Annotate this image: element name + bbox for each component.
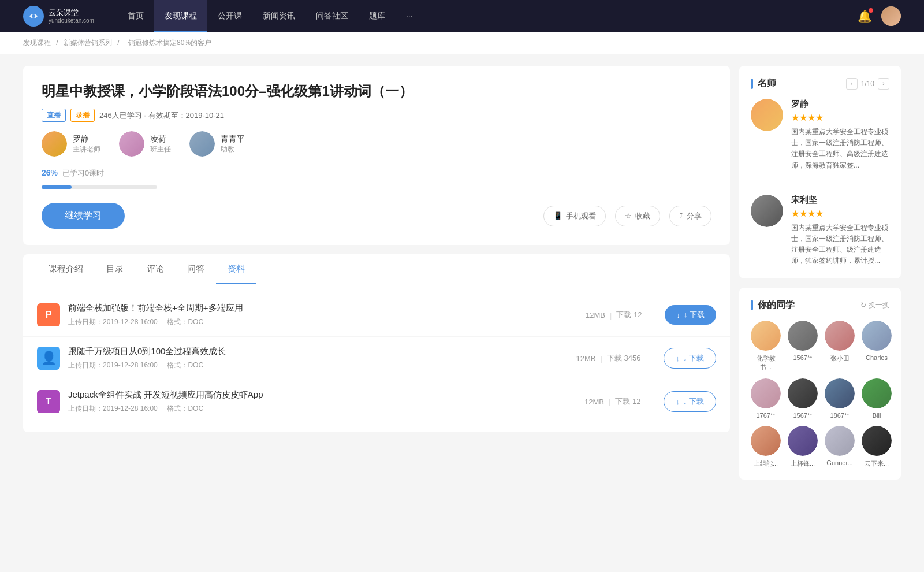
- course-card: 明星中教授课，小学阶段语法100分–强化级第1讲动词（一） 直播 录播 246人…: [23, 66, 730, 245]
- mobile-watch-button[interactable]: 📱 手机观看: [543, 206, 606, 226]
- nav-qa[interactable]: 问答社区: [305, 0, 359, 32]
- pagination-controls: ‹ 1/10 ›: [846, 78, 889, 90]
- resource-title-1: 前端全栈加强版！前端全栈+全周期+多端应用: [68, 303, 562, 314]
- badge-live: 直播: [42, 109, 66, 122]
- tabs-content: P 前端全栈加强版！前端全栈+全周期+多端应用 上传日期：2019-12-28 …: [23, 284, 730, 432]
- star-icon: ☆: [625, 211, 632, 220]
- classmate-5-name: 1767**: [756, 412, 775, 419]
- classmate-9[interactable]: 上组能...: [751, 426, 781, 468]
- classmate-5-avatar: [751, 378, 781, 408]
- nav-news[interactable]: 新闻资讯: [252, 0, 305, 32]
- resource-icon-3: T: [37, 390, 60, 413]
- user-avatar[interactable]: [881, 6, 901, 26]
- resource-icon-2: 👤: [37, 347, 60, 370]
- classmate-9-avatar: [751, 426, 781, 456]
- sidebar-teacher-2-name: 宋利坚: [791, 195, 889, 206]
- teacher-2-info: 凌荷 班主任: [150, 134, 171, 154]
- next-page-button[interactable]: ›: [878, 78, 889, 90]
- teacher-2-role: 班主任: [150, 144, 171, 154]
- classmate-8-name: Bill: [873, 412, 881, 419]
- teacher-3-avatar: [189, 131, 215, 157]
- classmate-4[interactable]: Charles: [862, 321, 892, 372]
- breadcrumb-sep-2: /: [117, 39, 121, 47]
- share-button[interactable]: ⤴ 分享: [669, 206, 711, 226]
- course-title: 明星中教授课，小学阶段语法100分–强化级第1讲动词（一）: [42, 82, 711, 101]
- classmate-6[interactable]: 1567**: [788, 378, 818, 419]
- course-meta: 246人已学习 · 有效期至：2019-10-21: [99, 110, 224, 121]
- nav-right: 🔔: [858, 6, 901, 26]
- classmate-12-avatar: [862, 426, 892, 456]
- classmate-6-name: 1567**: [793, 412, 812, 419]
- sidebar-right: 名师 ‹ 1/10 › 罗静 ★★★★ 国内某重点大学安全工程专业硕士，国家一级…: [739, 66, 901, 489]
- logo-icon: [23, 6, 44, 27]
- classmate-7[interactable]: 1867**: [825, 378, 855, 419]
- resource-info-3: Jetpack全组件实战 开发短视频应用高仿皮皮虾App 上传日期：2019-1…: [68, 389, 561, 414]
- classmate-11-avatar: [825, 426, 855, 456]
- download-button-1[interactable]: ↓ ↓ 下载: [665, 305, 716, 325]
- classmate-11[interactable]: Gunner...: [825, 426, 855, 468]
- teacher-2: 凌荷 班主任: [119, 131, 171, 157]
- classmate-1-name: 化学教书...: [751, 354, 781, 372]
- resource-stats-2: 12MB | 下载 3456: [576, 353, 640, 363]
- resource-item: 👤 跟随千万级项目从0到100全过程高效成长 上传日期：2019-12-28 1…: [23, 337, 730, 380]
- continue-button[interactable]: 继续学习: [42, 203, 125, 229]
- resource-stats-3: 12MB | 下载 12: [584, 396, 640, 407]
- course-teachers: 罗静 主讲老师 凌荷 班主任: [42, 131, 711, 157]
- prev-page-button[interactable]: ‹: [846, 78, 858, 90]
- share-icon: ⤴: [679, 211, 683, 220]
- tab-qa[interactable]: 问答: [176, 254, 216, 284]
- nav-more[interactable]: ···: [396, 0, 423, 32]
- navigation: 云朵课堂 yundouketan.com 首页 发现课程 公开课 新闻资讯 问答…: [0, 0, 924, 32]
- progress-section: 26% 已学习0课时: [42, 168, 711, 189]
- classmate-1[interactable]: 化学教书...: [751, 321, 781, 372]
- sidebar-teacher-1-avatar: [751, 99, 783, 131]
- download-button-3[interactable]: ↓ ↓ 下载: [664, 391, 716, 412]
- progress-pct: 26%: [42, 168, 58, 177]
- classmate-5[interactable]: 1767**: [751, 378, 781, 419]
- classmate-2-name: 1567**: [793, 354, 812, 361]
- download-icon-3: ↓: [676, 398, 680, 406]
- nav-quiz[interactable]: 题库: [359, 0, 396, 32]
- notification-dot: [869, 8, 873, 13]
- breadcrumb: 发现课程 / 新媒体营销系列 / 销冠修炼术搞定80%的客户: [0, 32, 924, 54]
- resource-meta-3: 上传日期：2019-12-28 16:00 格式：DOC: [68, 404, 561, 414]
- tab-comments[interactable]: 评论: [135, 254, 176, 284]
- classmate-10-avatar: [788, 426, 818, 456]
- logo[interactable]: 云朵课堂 yundouketan.com: [23, 6, 94, 27]
- classmate-12-name: 云下来...: [865, 459, 889, 468]
- teacher-1-info: 罗静 主讲老师: [73, 134, 100, 154]
- refresh-button[interactable]: ↻ 换一换: [860, 300, 889, 310]
- tab-intro[interactable]: 课程介绍: [37, 254, 95, 284]
- classmate-7-avatar: [825, 378, 855, 408]
- notification-bell[interactable]: 🔔: [858, 9, 872, 23]
- sidebar-teacher-1-desc: 国内某重点大学安全工程专业硕士，国家一级注册消防工程师、注册安全工程师、高级注册…: [791, 127, 889, 171]
- classmate-4-avatar: [862, 321, 892, 351]
- classmate-11-name: Gunner...: [826, 459, 852, 466]
- teacher-3: 青青平 助教: [189, 131, 245, 157]
- classmate-3-name: 张小田: [830, 354, 850, 363]
- classmate-2[interactable]: 1567**: [788, 321, 818, 372]
- breadcrumb-link-1[interactable]: 发现课程: [23, 39, 51, 47]
- classmate-12[interactable]: 云下来...: [862, 426, 892, 468]
- classmates-grid: 化学教书... 1567** 张小田: [751, 321, 889, 468]
- classmate-3-avatar: [825, 321, 855, 351]
- classmate-8[interactable]: Bill: [862, 378, 892, 419]
- teachers-title: 名师 ‹ 1/10 ›: [751, 77, 889, 90]
- classmate-3[interactable]: 张小田: [825, 321, 855, 372]
- classmate-7-name: 1867**: [830, 412, 849, 419]
- nav-discover[interactable]: 发现课程: [154, 0, 207, 32]
- tab-directory[interactable]: 目录: [95, 254, 135, 284]
- tabs-header: 课程介绍 目录 评论 问答 资料: [23, 254, 730, 284]
- nav-open[interactable]: 公开课: [207, 0, 252, 32]
- breadcrumb-link-2[interactable]: 新媒体营销系列: [64, 39, 112, 47]
- classmate-10[interactable]: 上杯锋...: [788, 426, 818, 468]
- teacher-1-name: 罗静: [73, 134, 100, 144]
- teacher-3-info: 青青平 助教: [221, 134, 245, 154]
- nav-home[interactable]: 首页: [117, 0, 154, 32]
- tab-resources[interactable]: 资料: [216, 254, 256, 284]
- collect-button[interactable]: ☆ 收藏: [615, 206, 660, 226]
- badge-rec: 录播: [70, 109, 95, 122]
- download-button-2[interactable]: ↓ ↓ 下载: [664, 348, 716, 369]
- sidebar-teacher-2-desc: 国内某重点大学安全工程专业硕士，国家一级注册消防工程师、注册安全工程师、级注册建…: [791, 222, 889, 267]
- sidebar-teacher-1-stars: ★★★★: [791, 112, 889, 123]
